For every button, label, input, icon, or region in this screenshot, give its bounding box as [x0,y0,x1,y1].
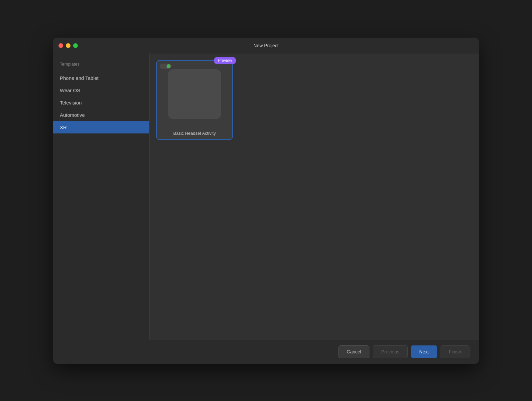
maximize-button[interactable] [73,43,78,48]
main-content: Preview Basic Headset Activity [150,54,479,340]
minimize-button[interactable] [66,43,70,48]
phone-mockup [168,69,221,119]
window-controls [59,43,78,48]
sidebar: Templates Phone and Tablet Wear OS Telev… [53,54,150,340]
sidebar-item-television[interactable]: Television [53,97,149,109]
template-name: Basic Headset Activity [157,127,232,139]
toggle-track [160,64,172,69]
previous-button[interactable]: Previous [373,345,407,358]
preview-toggle [160,64,172,69]
dialog-footer: Cancel Previous Next Finish [53,340,479,364]
template-card-basic-headset[interactable]: Preview Basic Headset Activity [156,60,233,140]
cancel-button[interactable]: Cancel [338,345,370,358]
sidebar-item-phone-tablet[interactable]: Phone and Tablet [53,72,149,84]
sidebar-item-xr[interactable]: XR [53,121,149,133]
close-button[interactable] [59,43,63,48]
sidebar-item-automotive[interactable]: Automotive [53,109,149,121]
template-grid: Preview Basic Headset Activity [156,60,472,140]
preview-badge: Preview [214,57,236,64]
dialog-title: New Project [253,43,278,48]
dialog-body: Templates Phone and Tablet Wear OS Telev… [53,54,479,340]
sidebar-section-label: Templates [53,59,149,72]
next-button[interactable]: Next [411,345,437,358]
title-bar: New Project [53,38,479,54]
new-project-dialog: New Project Templates Phone and Tablet W… [53,38,479,364]
template-preview: Preview [157,61,232,127]
finish-button[interactable]: Finish [441,345,469,358]
toggle-thumb [167,64,171,68]
sidebar-item-wear-os[interactable]: Wear OS [53,84,149,97]
